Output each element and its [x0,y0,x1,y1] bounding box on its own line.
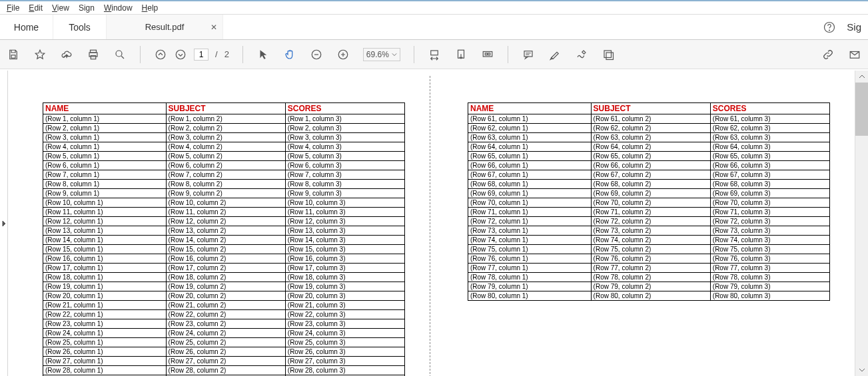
svg-rect-13 [483,51,492,57]
table-cell: (Row 64, column 3) [710,142,829,152]
table-row: (Row 8, column 1)(Row 8, column 2)(Row 8… [43,180,405,189]
col-subject: SUBJECT [591,103,710,114]
svg-point-7 [156,50,165,59]
page-number-input[interactable] [194,49,209,61]
svg-rect-15 [488,53,490,55]
table-row: (Row 5, column 1)(Row 5, column 2)(Row 5… [43,152,405,161]
scroll-up-icon[interactable] [855,71,868,83]
table-cell: (Row 70, column 1) [468,198,592,208]
table-row: (Row 70, column 1)(Row 70, column 2)(Row… [468,198,830,208]
table-cell: (Row 72, column 3) [710,217,829,226]
table-cell: (Row 7, column 2) [166,170,285,180]
table-cell: (Row 67, column 2) [591,170,710,180]
tab-bar: Home Tools Result.pdf ✕ Sig [0,15,868,40]
pdf-page-2: NAME SUBJECT SCORES (Row 61, column 1)(R… [433,76,852,376]
table-cell: (Row 64, column 2) [591,142,710,152]
scroll-thumb[interactable] [855,83,868,136]
table-cell: (Row 66, column 1) [468,161,592,170]
star-icon[interactable] [33,48,47,61]
table-cell: (Row 27, column 1) [43,357,167,366]
table-cell: (Row 9, column 1) [43,189,167,198]
table-row: (Row 17, column 1)(Row 17, column 2)(Row… [43,264,405,273]
table-cell: (Row 15, column 1) [43,245,167,254]
page-divider [430,76,430,376]
zoom-in-icon[interactable] [336,48,350,61]
close-icon[interactable]: ✕ [211,23,217,32]
table-row: (Row 71, column 1)(Row 71, column 2)(Row… [468,208,830,217]
table-cell: (Row 79, column 1) [468,282,592,291]
table-cell: (Row 75, column 3) [710,245,829,254]
table-row: (Row 78, column 1)(Row 78, column 2)(Row… [468,273,830,282]
menu-help[interactable]: Help [142,3,159,13]
zoom-out-icon[interactable] [310,48,323,61]
table-cell: (Row 16, column 3) [285,254,404,264]
menu-file[interactable]: File [7,3,19,13]
chevron-down-icon [392,52,397,57]
sign-icon[interactable] [575,48,588,61]
share-link-icon[interactable] [821,48,835,61]
table-row: (Row 75, column 1)(Row 75, column 2)(Row… [468,245,830,254]
fit-page-icon[interactable] [454,48,468,61]
comment-icon[interactable] [522,48,535,61]
table-cell: (Row 8, column 2) [166,180,285,189]
tab-home[interactable]: Home [0,15,53,39]
menu-window[interactable]: Window [104,3,133,13]
save-icon[interactable] [7,48,20,61]
arrow-cursor-icon[interactable] [256,48,270,61]
vertical-scrollbar[interactable] [855,71,868,376]
page-up-icon[interactable] [154,48,167,61]
table-cell: (Row 72, column 2) [591,217,710,226]
page-separator: / [215,49,218,59]
svg-rect-5 [91,55,96,59]
print-icon[interactable] [87,48,100,61]
table-cell: (Row 80, column 1) [468,291,592,301]
page-total: 2 [224,49,229,59]
stamp-icon[interactable] [602,48,615,61]
table-row: (Row 23, column 1)(Row 23, column 2)(Row… [43,319,405,329]
result-table-1: NAME SUBJECT SCORES (Row 1, column 1)(Ro… [43,102,405,376]
svg-rect-14 [485,53,487,55]
table-cell: (Row 20, column 2) [166,291,285,301]
sign-in-link[interactable]: Sig [847,21,861,33]
table-cell: (Row 77, column 3) [710,264,829,273]
tab-tools[interactable]: Tools [53,15,107,39]
table-cell: (Row 79, column 2) [591,282,710,291]
result-table-2: NAME SUBJECT SCORES (Row 61, column 1)(R… [468,102,830,301]
zoom-select[interactable]: 69.6% [363,48,400,61]
table-row: (Row 73, column 1)(Row 73, column 2)(Row… [468,226,830,236]
highlight-icon[interactable] [548,48,562,61]
help-icon[interactable] [823,21,836,34]
table-cell: (Row 23, column 1) [43,319,167,329]
table-row: (Row 62, column 1)(Row 62, column 2)(Row… [468,124,830,133]
tab-document[interactable]: Result.pdf ✕ [107,15,223,39]
table-row: (Row 12, column 1)(Row 12, column 2)(Row… [43,217,405,226]
scroll-down-icon[interactable] [855,364,868,376]
table-cell: (Row 27, column 3) [285,357,404,366]
hand-tool-icon[interactable] [283,48,296,61]
menu-edit[interactable]: Edit [29,3,43,13]
table-cell: (Row 13, column 2) [166,226,285,236]
menu-view[interactable]: View [52,3,69,13]
cloud-icon[interactable] [60,48,73,61]
table-cell: (Row 3, column 3) [285,133,404,142]
table-cell: (Row 15, column 3) [285,245,404,254]
table-cell: (Row 69, column 1) [468,189,592,198]
sidebar-toggle[interactable] [0,71,8,376]
table-cell: (Row 79, column 3) [710,282,829,291]
table-cell: (Row 19, column 1) [43,282,167,291]
table-cell: (Row 73, column 2) [591,226,710,236]
table-cell: (Row 2, column 3) [285,124,404,133]
svg-rect-16 [524,51,532,56]
fit-width-icon[interactable] [428,48,441,61]
table-cell: (Row 16, column 2) [166,254,285,264]
col-scores: SCORES [285,103,404,114]
read-mode-icon[interactable] [481,48,494,61]
table-row: (Row 65, column 1)(Row 65, column 2)(Row… [468,152,830,161]
search-icon[interactable] [113,48,127,61]
email-icon[interactable] [848,48,861,61]
table-cell: (Row 74, column 2) [591,236,710,245]
menu-sign[interactable]: Sign [79,3,95,13]
page-down-icon[interactable] [174,48,187,61]
table-cell: (Row 66, column 2) [591,161,710,170]
table-cell: (Row 62, column 2) [591,124,710,133]
